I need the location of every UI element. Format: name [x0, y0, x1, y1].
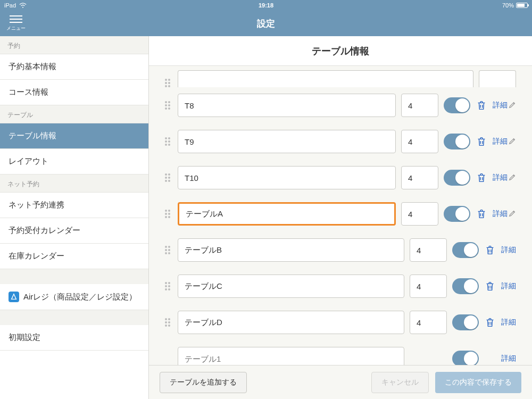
detail-label: 詳細 [493, 101, 508, 110]
enable-toggle[interactable] [452, 242, 479, 258]
table-name-input[interactable] [178, 238, 404, 262]
enable-toggle[interactable] [452, 351, 479, 365]
sidebar-group-netreserve: ネット予約 [0, 174, 148, 193]
table-row: 詳細 [165, 304, 516, 340]
sidebar-group-table: テーブル [0, 105, 148, 123]
drag-handle[interactable] [165, 173, 172, 182]
table-capacity-input[interactable] [401, 166, 438, 189]
status-bar: iPad 19:18 70% [0, 0, 532, 11]
table-row: 詳細 [165, 87, 516, 123]
detail-link[interactable]: 詳細 [501, 245, 516, 255]
main-panel: テーブル情報 詳細詳細詳細詳細詳細詳細詳細 詳細 テーブルを追加する [149, 36, 532, 399]
table-capacity-input[interactable] [410, 275, 447, 298]
trash-icon[interactable] [476, 99, 487, 111]
trash-icon[interactable] [476, 172, 487, 184]
detail-link[interactable]: 詳細 [493, 209, 516, 219]
detail-label: 詳細 [501, 354, 516, 363]
trash-icon[interactable] [476, 136, 487, 147]
footer-bar: テーブルを追加する キャンセル この内容で保存する [149, 365, 532, 399]
enable-toggle[interactable] [452, 314, 479, 330]
pencil-icon [509, 101, 516, 110]
drag-handle[interactable] [165, 210, 172, 218]
detail-label: 詳細 [501, 318, 516, 327]
trash-icon[interactable] [476, 208, 487, 220]
detail-link[interactable]: 詳細 [501, 354, 516, 363]
menu-label: メニュー [6, 25, 26, 32]
sidebar-item-accept-calendar[interactable]: 予約受付カレンダー [0, 218, 148, 244]
trash-icon[interactable] [484, 244, 496, 256]
sidebar-item-course-info[interactable]: コース情報 [0, 80, 148, 105]
enable-toggle[interactable] [444, 97, 470, 113]
device-label: iPad [4, 2, 16, 9]
detail-label: 詳細 [501, 245, 516, 255]
sidebar-item-reservation-basic[interactable]: 予約基本情報 [0, 54, 148, 80]
header-title: 設定 [257, 18, 275, 30]
table-capacity-input[interactable] [410, 311, 447, 334]
detail-label: 詳細 [493, 173, 508, 182]
clock: 19:18 [259, 2, 273, 9]
detail-label: 詳細 [493, 137, 508, 146]
table-name-input[interactable] [178, 130, 396, 153]
detail-link[interactable]: 詳細 [501, 281, 516, 291]
sidebar-item-netreserve-link[interactable]: ネット予約連携 [0, 193, 148, 218]
detail-link[interactable]: 詳細 [493, 101, 516, 110]
table-row: 詳細 [165, 232, 516, 268]
sidebar-item-table-info[interactable]: テーブル情報 [0, 123, 148, 149]
table-name-input[interactable] [178, 70, 473, 87]
table-name-input[interactable] [178, 311, 404, 334]
table-row [165, 66, 516, 87]
table-row-placeholder: 詳細 [165, 340, 516, 365]
table-capacity-input[interactable] [401, 130, 438, 153]
table-capacity-input[interactable] [401, 202, 438, 226]
table-row: 詳細 [165, 268, 516, 304]
hamburger-icon [10, 15, 22, 23]
table-row: 詳細 [165, 160, 516, 196]
drag-handle[interactable] [165, 318, 172, 327]
svg-point-0 [22, 7, 23, 8]
pencil-icon [509, 137, 516, 146]
table-name-input[interactable] [178, 94, 396, 117]
drag-handle[interactable] [165, 282, 172, 290]
table-capacity-input[interactable] [401, 94, 438, 117]
add-table-button[interactable]: テーブルを追加する [160, 372, 247, 393]
sidebar-group-reservation: 予約 [0, 36, 148, 54]
drag-handle[interactable] [165, 137, 172, 146]
table-row: 詳細 [165, 123, 516, 160]
cancel-button[interactable]: キャンセル [371, 372, 429, 393]
enable-toggle[interactable] [452, 278, 479, 294]
table-name-input[interactable] [178, 166, 396, 189]
table-name-input[interactable] [178, 202, 396, 226]
detail-label: 詳細 [501, 281, 516, 291]
sidebar-gap [0, 269, 148, 284]
sidebar-item-label: Airレジ（商品設定／レジ設定） [23, 292, 137, 302]
table-list[interactable]: 詳細詳細詳細詳細詳細詳細詳細 詳細 [149, 66, 532, 365]
table-capacity-input[interactable] [479, 70, 516, 87]
trash-icon[interactable] [484, 280, 496, 292]
detail-link[interactable]: 詳細 [501, 318, 516, 327]
sidebar-item-stock-calendar[interactable]: 在庫カレンダー [0, 244, 148, 269]
enable-toggle[interactable] [444, 134, 470, 149]
menu-button[interactable]: メニュー [0, 11, 32, 36]
detail-link[interactable]: 詳細 [493, 137, 516, 146]
table-capacity-input[interactable] [410, 238, 447, 262]
detail-link[interactable]: 詳細 [493, 173, 516, 182]
drag-handle[interactable] [165, 101, 172, 110]
battery-icon [516, 3, 528, 8]
app-header: メニュー 設定 [0, 11, 532, 36]
table-name-input[interactable] [178, 347, 404, 365]
table-row: 詳細 [165, 196, 516, 232]
battery-percent: 70% [502, 2, 514, 9]
enable-toggle[interactable] [444, 170, 470, 186]
table-name-input[interactable] [178, 275, 404, 298]
save-button[interactable]: この内容で保存する [435, 372, 521, 393]
enable-toggle[interactable] [444, 206, 470, 222]
wifi-icon [19, 3, 27, 8]
trash-icon[interactable] [484, 317, 496, 328]
drag-handle[interactable] [165, 246, 172, 254]
sidebar-gap [0, 310, 148, 325]
sidebar: 予約 予約基本情報 コース情報 テーブル テーブル情報 レイアウト ネット予約 … [0, 36, 149, 399]
sidebar-item-airregi[interactable]: Airレジ（商品設定／レジ設定） [0, 284, 148, 310]
sidebar-item-initial-settings[interactable]: 初期設定 [0, 325, 148, 351]
drag-handle[interactable] [165, 79, 172, 87]
sidebar-item-layout[interactable]: レイアウト [0, 149, 148, 174]
